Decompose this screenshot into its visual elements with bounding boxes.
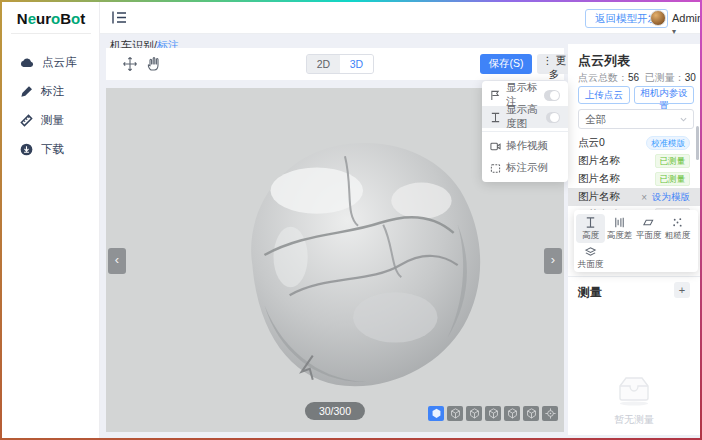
- view-cube-right-button[interactable]: [485, 406, 501, 421]
- show-annotations-toggle[interactable]: [544, 90, 560, 101]
- measure-section-title: 测量: [578, 284, 602, 301]
- close-icon[interactable]: ×: [641, 192, 647, 203]
- empty-state-text: 暂无测量: [568, 413, 700, 427]
- save-button[interactable]: 保存(S): [480, 54, 532, 74]
- scrollbar[interactable]: [696, 126, 699, 160]
- tool-height-diff[interactable]: 高度差: [605, 214, 634, 243]
- list-item[interactable]: 图片名称 已测量: [568, 170, 700, 188]
- add-measurement-button[interactable]: +: [674, 282, 690, 298]
- sidebar-item-label: 测量: [41, 113, 64, 128]
- app-window: NeuroBot 点云库 标注 测量 下载 返回模型开发: [0, 0, 702, 440]
- crosshair-icon: [545, 408, 556, 419]
- next-image-button[interactable]: ›: [544, 248, 562, 274]
- pen-icon: [20, 85, 33, 98]
- view-2d-button[interactable]: 2D: [307, 55, 340, 73]
- flatness-icon: [642, 216, 655, 229]
- stat-label: 点云总数：: [578, 72, 628, 83]
- status-badge: 已测量: [655, 172, 691, 186]
- panel-title: 点云列表: [578, 52, 630, 70]
- stat-label: 已测量：: [645, 72, 685, 83]
- example-icon: [490, 163, 501, 174]
- item-name: 图片名称: [578, 172, 620, 186]
- view-3d-button[interactable]: 3D: [340, 55, 373, 73]
- view-cube-top-button[interactable]: [504, 406, 520, 421]
- logo-gear-icon: o: [71, 10, 80, 27]
- cube-icon: [526, 408, 537, 419]
- item-name: 点云0: [578, 136, 605, 150]
- frame-border: [0, 0, 2, 440]
- list-item-selected[interactable]: 图片名称 × 设为模版: [568, 188, 700, 206]
- tool-label: 共面度: [578, 259, 604, 271]
- pointcloud-stats: 点云总数：56 已测量：30: [578, 71, 696, 85]
- tooth-3d-model[interactable]: [194, 104, 506, 406]
- view-cube-front-button[interactable]: [428, 406, 444, 421]
- tool-label: 高度: [582, 230, 599, 242]
- tool-roughness[interactable]: 粗糙度: [663, 214, 692, 243]
- sidebar-item-label: 下载: [41, 142, 64, 157]
- height-diff-icon: [613, 216, 626, 229]
- more-dropdown-menu: 显示标注 显示高度图 操作视频 标注示例: [482, 81, 568, 182]
- user-menu[interactable]: Admin ▾: [672, 12, 700, 36]
- sidebar-item-label: 标注: [41, 84, 64, 99]
- flag-icon: [490, 90, 501, 101]
- upload-pointcloud-button[interactable]: 上传点云: [578, 86, 630, 104]
- empty-box-icon: [612, 374, 656, 406]
- sidebar-item-download[interactable]: 下载: [20, 139, 98, 159]
- tool-height[interactable]: 高度: [576, 214, 605, 243]
- sidebar-item-pointcloud-lib[interactable]: 点云库: [20, 52, 98, 72]
- avatar[interactable]: [650, 10, 666, 26]
- filter-select[interactable]: 全部: [578, 109, 694, 129]
- view-cube-back-button[interactable]: [447, 406, 463, 421]
- tool-label: 平面度: [636, 230, 662, 242]
- menu-item-annotation-example[interactable]: 标注示例: [482, 157, 568, 179]
- collapse-sidebar-icon[interactable]: [112, 11, 127, 24]
- sidebar-item-measure[interactable]: 测量: [20, 110, 98, 130]
- tool-label: 高度差: [607, 230, 633, 242]
- logo-text: ur: [36, 10, 51, 27]
- pan-move-icon[interactable]: [122, 56, 138, 72]
- view-cube-bottom-button[interactable]: [523, 406, 539, 421]
- cube-icon: [469, 408, 480, 419]
- menu-item-show-heightmap[interactable]: 显示高度图: [482, 106, 568, 128]
- menu-item-label: 标注示例: [506, 161, 548, 175]
- list-item[interactable]: 点云0 校准模版: [568, 134, 700, 152]
- divider: [482, 131, 568, 132]
- view-orientation-buttons: [428, 406, 558, 421]
- chevron-down-icon: [680, 117, 687, 122]
- menu-item-tutorial-video[interactable]: 操作视频: [482, 135, 568, 157]
- menu-item-label: 操作视频: [506, 139, 548, 153]
- cube-icon: [507, 408, 518, 419]
- view-cube-left-button[interactable]: [466, 406, 482, 421]
- tool-flatness[interactable]: 平面度: [634, 214, 663, 243]
- filter-value: 全部: [585, 113, 606, 125]
- list-item[interactable]: 图片名称 已测量: [568, 152, 700, 170]
- menu-item-label: 显示高度图: [506, 103, 541, 131]
- prev-image-button[interactable]: ‹: [108, 248, 126, 274]
- measure-icon: [20, 114, 33, 127]
- stat-value: 30: [685, 72, 696, 83]
- template-badge: 校准模版: [646, 136, 690, 150]
- camera-params-button[interactable]: 相机内参设置: [634, 86, 694, 104]
- tool-coplanarity[interactable]: 共面度: [576, 243, 605, 272]
- height-map-icon: [490, 112, 501, 123]
- more-button[interactable]: ⋮ 更多: [537, 54, 571, 74]
- logo-text: t: [80, 10, 85, 27]
- view-mode-switch: 2D 3D: [306, 54, 374, 74]
- reset-view-button[interactable]: [542, 406, 558, 421]
- cube-icon: [431, 408, 442, 419]
- tool-label: 粗糙度: [665, 230, 691, 242]
- hand-grab-icon[interactable]: [146, 56, 162, 72]
- empty-state: 暂无测量: [568, 374, 700, 427]
- sidebar-item-annotate[interactable]: 标注: [20, 81, 98, 101]
- set-template-link[interactable]: 设为模版: [652, 191, 690, 204]
- cube-icon: [450, 408, 461, 419]
- cube-icon: [488, 408, 499, 419]
- frame-border: [0, 0, 702, 2]
- logo-text: N: [17, 10, 28, 27]
- app-logo: NeuroBot: [2, 10, 100, 27]
- logo-gear-icon: o: [51, 10, 60, 27]
- show-heightmap-toggle[interactable]: [546, 112, 560, 123]
- logo-gear-icon: e: [28, 10, 36, 27]
- canvas-toolbar: 2D 3D 保存(S) ⋮ 更多: [106, 48, 564, 80]
- sidebar-item-label: 点云库: [42, 55, 77, 70]
